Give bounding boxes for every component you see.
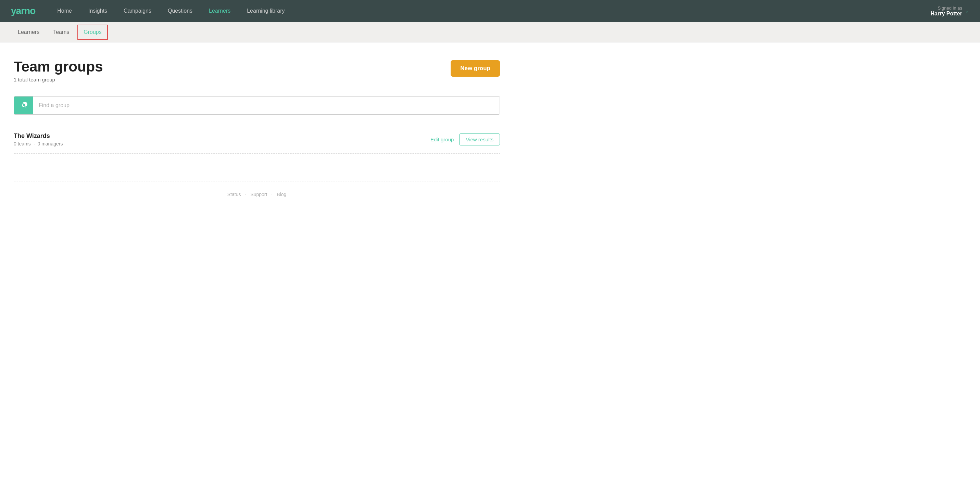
footer-support[interactable]: Support (250, 192, 267, 197)
tab-teams[interactable]: Teams (46, 22, 76, 43)
new-group-button[interactable]: New group (450, 60, 500, 77)
group-managers-count: 0 managers (37, 141, 63, 146)
page-heading: Team groups 1 total team group (14, 59, 103, 83)
footer-separator-2: · (271, 192, 272, 197)
group-name: The Wizards (14, 132, 64, 140)
user-name: Harry Potter (931, 11, 962, 17)
user-menu[interactable]: Signed in as Harry Potter ⌄ (931, 5, 969, 17)
nav-learning-library[interactable]: Learning library (239, 0, 293, 22)
group-meta-separator: · (33, 141, 36, 146)
group-item: The Wizards 0 teams · 0 managers Edit gr… (14, 125, 500, 154)
tab-groups[interactable]: Groups (77, 25, 108, 40)
nav-links: Home Insights Campaigns Questions Learne… (49, 0, 930, 22)
group-teams-count: 0 teams (14, 141, 31, 146)
signed-in-label: Signed in as (931, 5, 962, 11)
group-info: The Wizards 0 teams · 0 managers (14, 132, 64, 146)
main-content: Team groups 1 total team group New group… (0, 43, 514, 218)
page-title: Team groups (14, 59, 103, 75)
footer-blog[interactable]: Blog (277, 192, 286, 197)
nav-insights[interactable]: Insights (80, 0, 115, 22)
search-icon (20, 102, 27, 109)
footer-status[interactable]: Status (228, 192, 241, 197)
groups-list: The Wizards 0 teams · 0 managers Edit gr… (14, 125, 500, 154)
search-icon-box (14, 97, 33, 114)
top-navigation: yarno Home Insights Campaigns Questions … (0, 0, 980, 22)
page-header: Team groups 1 total team group New group (14, 59, 500, 83)
page-subtitle: 1 total team group (14, 77, 103, 83)
nav-campaigns[interactable]: Campaigns (115, 0, 159, 22)
nav-learners[interactable]: Learners (200, 0, 239, 22)
sub-navigation: Learners Teams Groups (0, 22, 980, 43)
search-container (14, 96, 500, 115)
footer: Status · Support · Blog (14, 181, 500, 204)
tab-learners[interactable]: Learners (11, 22, 46, 43)
nav-home[interactable]: Home (49, 0, 80, 22)
edit-group-button[interactable]: Edit group (430, 137, 454, 142)
view-results-button[interactable]: View results (459, 133, 500, 145)
chevron-down-icon: ⌄ (965, 8, 969, 14)
footer-links: Status · Support · Blog (14, 192, 500, 197)
footer-separator-1: · (245, 192, 246, 197)
search-input[interactable] (33, 97, 500, 114)
group-actions: Edit group View results (430, 133, 500, 145)
logo[interactable]: yarno (11, 5, 35, 16)
group-meta: 0 teams · 0 managers (14, 141, 64, 146)
nav-questions[interactable]: Questions (159, 0, 200, 22)
